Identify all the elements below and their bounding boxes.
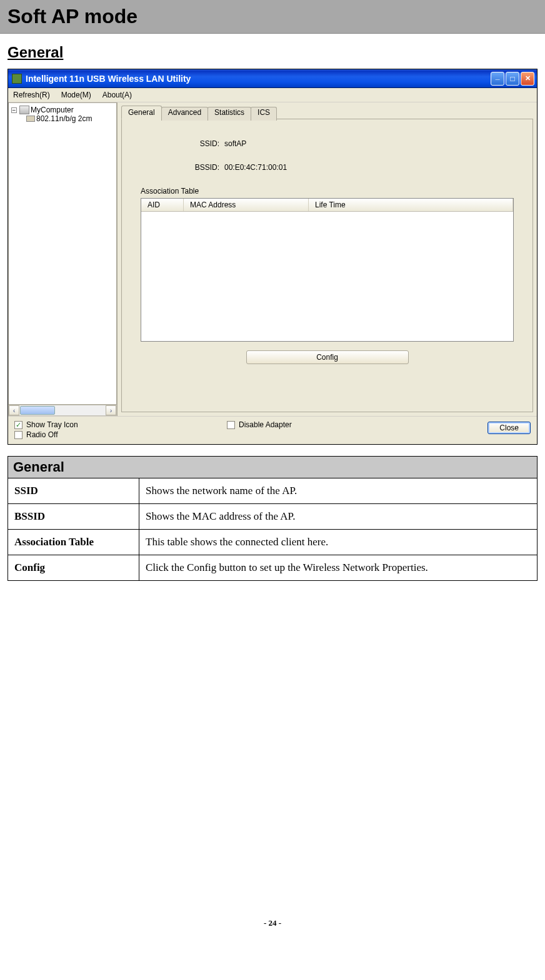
disable-adapter-label: Disable Adapter (239, 420, 292, 429)
footer-mid: Disable Adapter (227, 420, 488, 429)
close-button[interactable]: Close (488, 422, 531, 434)
scroll-right-icon[interactable]: › (106, 405, 116, 415)
show-tray-row[interactable]: ✓ Show Tray Icon (14, 420, 227, 429)
collapse-icon[interactable]: − (11, 107, 17, 113)
app-icon (12, 74, 22, 84)
desc-val: Shows the MAC address of the AP. (139, 504, 538, 530)
footer-left: ✓ Show Tray Icon Radio Off (14, 420, 227, 439)
show-tray-checkbox[interactable]: ✓ (14, 421, 22, 429)
tree-child-label: 802.11n/b/g 2cm (36, 114, 92, 123)
device-tree[interactable]: − MyComputer 802.11n/b/g 2cm (8, 102, 117, 405)
menu-mode[interactable]: Mode(M) (59, 89, 94, 101)
description-table: General SSID Shows the network name of t… (8, 456, 538, 581)
bssid-label: BSSID: (184, 163, 219, 172)
titlebar: Intelligent 11n USB Wireless LAN Utility (8, 69, 537, 88)
section-heading: General (0, 34, 545, 69)
tab-general[interactable]: General (121, 106, 162, 119)
tree-root[interactable]: − MyComputer (11, 106, 114, 114)
page-title-bar: Soft AP mode (0, 0, 545, 34)
table-row: SSID Shows the network name of the AP. (8, 478, 538, 504)
tab-advanced[interactable]: Advanced (161, 107, 208, 121)
app-window: Intelligent 11n USB Wireless LAN Utility… (8, 69, 538, 445)
scroll-thumb[interactable] (20, 406, 55, 415)
tab-ics[interactable]: ICS (251, 107, 277, 121)
minimize-button[interactable] (491, 72, 504, 86)
association-fieldset: Association Table AID MAC Address Life T… (141, 187, 514, 364)
tab-statistics[interactable]: Statistics (208, 107, 251, 121)
radio-off-label: Radio Off (26, 430, 58, 439)
bssid-value: 00:E0:4C:71:00:01 (224, 163, 287, 172)
association-table-header: AID MAC Address Life Time (141, 199, 513, 212)
disable-adapter-row[interactable]: Disable Adapter (227, 420, 488, 429)
radio-off-row[interactable]: Radio Off (14, 430, 227, 439)
close-window-button[interactable] (521, 72, 534, 86)
window-buttons (491, 72, 534, 86)
device-tree-panel: − MyComputer 802.11n/b/g 2cm ‹ › (8, 102, 118, 416)
radio-off-checkbox[interactable] (14, 431, 22, 439)
ssid-row: SSID: softAP (184, 139, 520, 148)
desc-table-header: General (8, 457, 538, 478)
association-table[interactable]: AID MAC Address Life Time (141, 198, 514, 342)
horizontal-scrollbar[interactable]: ‹ › (8, 405, 117, 416)
page-number: - 24 - (0, 581, 545, 941)
association-label: Association Table (141, 187, 514, 196)
menubar: Refresh(R) Mode(M) About(A) (8, 88, 537, 102)
computer-icon (19, 106, 29, 114)
column-mac[interactable]: MAC Address (184, 199, 309, 211)
window-footer: ✓ Show Tray Icon Radio Off Disable Adapt… (8, 416, 537, 444)
show-tray-label: Show Tray Icon (26, 420, 78, 429)
window-title: Intelligent 11n USB Wireless LAN Utility (26, 74, 491, 84)
page-title: Soft AP mode (8, 5, 538, 28)
scroll-left-icon[interactable]: ‹ (9, 405, 19, 415)
desc-val: Click the Config button to set up the Wi… (139, 555, 538, 581)
desc-key: Association Table (8, 530, 139, 555)
desc-key: SSID (8, 478, 139, 504)
desc-val: This table shows the connected client he… (139, 530, 538, 555)
ssid-label: SSID: (184, 139, 219, 148)
table-row: BSSID Shows the MAC address of the AP. (8, 504, 538, 530)
window-body: − MyComputer 802.11n/b/g 2cm ‹ › General (8, 102, 537, 416)
config-button[interactable]: Config (246, 350, 409, 364)
desc-key: Config (8, 555, 139, 581)
table-row: Config Click the Config button to set up… (8, 555, 538, 581)
desc-val: Shows the network name of the AP. (139, 478, 538, 504)
config-button-row: Config (141, 350, 514, 364)
column-lifetime[interactable]: Life Time (309, 199, 513, 211)
tree-root-label: MyComputer (31, 106, 74, 114)
bssid-row: BSSID: 00:E0:4C:71:00:01 (184, 163, 520, 172)
menu-refresh[interactable]: Refresh(R) (11, 89, 52, 101)
menu-about[interactable]: About(A) (100, 89, 134, 101)
adapter-icon (26, 116, 35, 122)
disable-adapter-checkbox[interactable] (227, 421, 235, 429)
maximize-button[interactable] (506, 72, 519, 86)
table-row: Association Table This table shows the c… (8, 530, 538, 555)
desc-key: BSSID (8, 504, 139, 530)
footer-right: Close (488, 420, 531, 434)
tree-child[interactable]: 802.11n/b/g 2cm (26, 114, 114, 123)
tab-strip: General Advanced Statistics ICS (121, 106, 533, 119)
main-panel: General Advanced Statistics ICS SSID: so… (118, 102, 537, 416)
tab-general-body: SSID: softAP BSSID: 00:E0:4C:71:00:01 As… (121, 119, 533, 412)
ssid-value: softAP (224, 139, 246, 148)
column-aid[interactable]: AID (141, 199, 184, 211)
